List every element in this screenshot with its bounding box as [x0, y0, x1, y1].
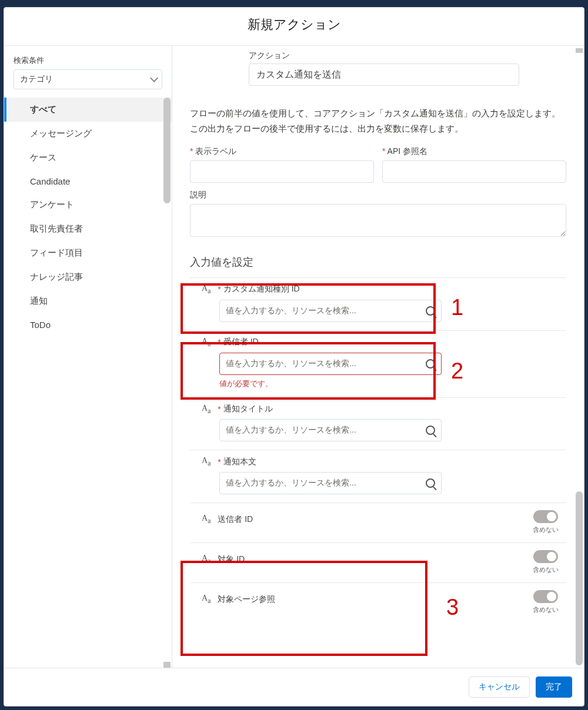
callout-number-1: 1 — [451, 295, 463, 320]
category-list: すべて メッセージング ケース Candidate アンケート 取引先責任者 フ… — [4, 98, 172, 342]
sender-toggle-col: 含めない — [525, 510, 566, 534]
category-scroll[interactable]: すべて メッセージング ケース Candidate アンケート 取引先責任者 フ… — [4, 98, 172, 668]
desc-label: 説明 — [190, 190, 566, 200]
scrollbar-thumb[interactable] — [163, 98, 171, 203]
text-type-icon: Aa — [202, 404, 211, 415]
action-value[interactable]: カスタム通知を送信 — [249, 63, 519, 86]
scrollbar-track-end — [163, 662, 171, 668]
desc-textarea[interactable] — [190, 204, 566, 237]
sender-label: Aa 送信者 ID — [202, 510, 525, 525]
target-page-toggle-label: 含めない — [525, 605, 566, 614]
category-item-feed[interactable]: フィード項目 — [4, 241, 172, 265]
sidebar-top: 検索条件 カテゴリ — [4, 55, 172, 89]
category-select[interactable]: カテゴリ — [14, 69, 162, 89]
input-title: Aa* 通知タイトル 値を入力するか、リソースを検索... — [190, 398, 566, 450]
api-name-input[interactable] — [382, 160, 566, 183]
sender-toggle[interactable] — [533, 510, 558, 523]
category-item-candidate[interactable]: Candidate — [4, 170, 172, 193]
text-type-icon: Aa — [202, 456, 211, 467]
section-title: 入力値を設定 — [190, 255, 566, 269]
chevron-down-icon — [150, 74, 158, 82]
main-scroll-thumb[interactable] — [576, 491, 583, 665]
modal-header: 新規アクション — [4, 8, 584, 46]
text-type-icon: Aa — [202, 514, 211, 525]
target-id-toggle[interactable] — [533, 550, 558, 563]
done-button[interactable]: 完了 — [536, 676, 572, 698]
category-item-todo[interactable]: ToDo — [4, 313, 172, 336]
callout-number-2: 2 — [451, 359, 463, 384]
api-name-label: * API 参照名 — [382, 146, 566, 157]
modal-body: 検索条件 カテゴリ すべて メッセージング ケース Candidate アンケー… — [4, 46, 584, 668]
category-item-all[interactable]: すべて — [4, 98, 172, 122]
category-item-notification[interactable]: 通知 — [4, 289, 172, 313]
sender-toggle-label: 含めない — [525, 525, 566, 534]
callout-number-3: 3 — [446, 595, 459, 620]
modal-title: 新規アクション — [4, 16, 584, 34]
new-action-modal: 新規アクション 検索条件 カテゴリ すべて メッセージング ケース Candid… — [4, 7, 584, 706]
api-name-col: * API 参照名 — [382, 146, 566, 183]
target-page-toggle[interactable] — [533, 590, 558, 603]
category-select-value: カテゴリ — [20, 74, 53, 85]
display-label-col: * 表示ラベル — [190, 146, 374, 183]
label-apiname-row: * 表示ラベル * API 参照名 — [190, 146, 566, 183]
body-label: Aa* 通知本文 — [202, 456, 566, 467]
category-item-messaging[interactable]: メッセージング — [4, 122, 172, 146]
category-item-case[interactable]: ケース — [4, 146, 172, 170]
desc-field: 説明 — [190, 190, 566, 239]
callout-box-1 — [181, 283, 436, 334]
body-input[interactable]: 値を入力するか、リソースを検索... — [219, 472, 442, 494]
modal-footer: キャンセル 完了 — [4, 668, 584, 706]
category-item-knowledge[interactable]: ナレッジ記事 — [4, 265, 172, 289]
callout-box-2 — [181, 342, 436, 400]
input-body: Aa* 通知本文 値を入力するか、リソースを検索... — [190, 450, 566, 503]
main-content: アクション カスタム通知を送信 フローの前半の値を使用して、コアアクション「カス… — [172, 46, 584, 634]
sidebar: 検索条件 カテゴリ すべて メッセージング ケース Candidate アンケー… — [4, 46, 172, 668]
title-input[interactable]: 値を入力するか、リソースを検索... — [219, 419, 442, 441]
main-panel: アクション カスタム通知を送信 フローの前半の値を使用して、コアアクション「カス… — [172, 46, 584, 668]
callout-box-3 — [181, 561, 427, 656]
display-label-input[interactable] — [190, 160, 374, 183]
target-page-toggle-col: 含めない — [525, 590, 566, 614]
target-id-toggle-col: 含めない — [525, 550, 566, 574]
display-label-label: * 表示ラベル — [190, 146, 374, 157]
main-scroll-top[interactable] — [576, 48, 583, 53]
cancel-button[interactable]: キャンセル — [469, 676, 530, 698]
description-text: フローの前半の値を使用して、コアアクション「カスタム通知を送信」の入力を設定しま… — [190, 106, 566, 136]
search-icon — [426, 426, 435, 435]
category-item-survey[interactable]: アンケート — [4, 193, 172, 217]
input-sender: Aa 送信者 ID 含めない — [190, 503, 566, 542]
category-item-contact[interactable]: 取引先責任者 — [4, 217, 172, 241]
action-label: アクション — [249, 51, 566, 61]
search-icon — [426, 478, 435, 488]
sidebar-label: 検索条件 — [14, 55, 162, 66]
title-label: Aa* 通知タイトル — [202, 404, 566, 415]
target-id-toggle-label: 含めない — [525, 565, 566, 574]
